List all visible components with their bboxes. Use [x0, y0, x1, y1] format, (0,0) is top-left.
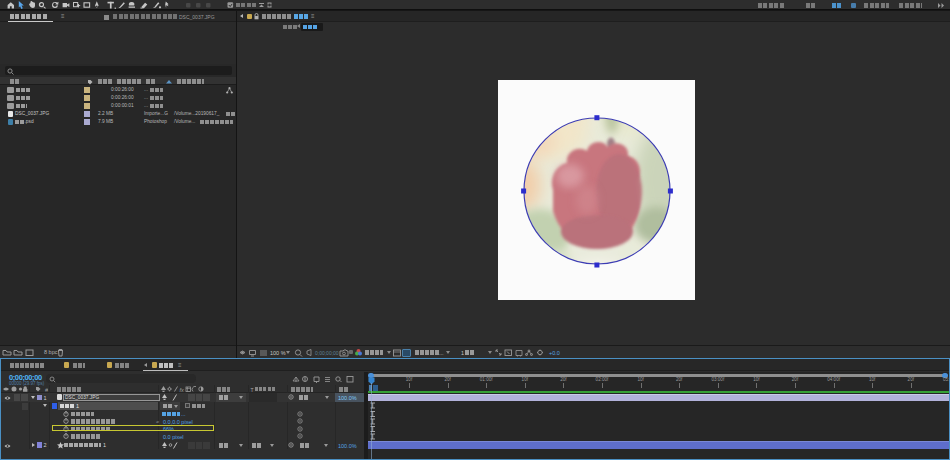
svg-text:fx: fx: [180, 387, 185, 393]
